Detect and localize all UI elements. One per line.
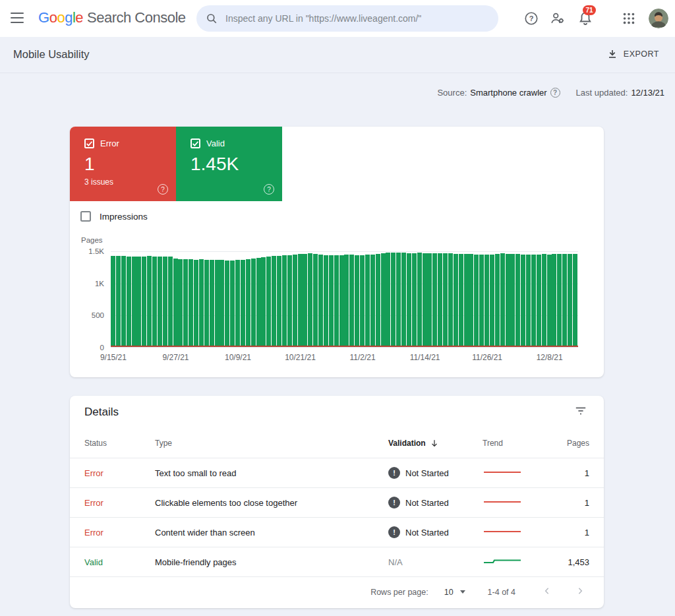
chart-bar[interactable] — [552, 254, 556, 347]
chart-bar[interactable] — [484, 255, 489, 347]
filter-icon[interactable] — [572, 402, 589, 422]
chart-bar[interactable] — [454, 254, 458, 347]
chart-bar[interactable] — [448, 253, 453, 347]
chart-bar[interactable] — [256, 258, 261, 347]
chart-bar[interactable] — [407, 253, 411, 347]
chart-bar[interactable] — [355, 255, 359, 347]
table-row[interactable]: Valid Mobile-friendly pages N/A 1,453 — [70, 547, 604, 577]
chart-bar[interactable] — [220, 260, 224, 347]
chart-bar[interactable] — [189, 259, 193, 347]
chart-bar[interactable] — [127, 257, 131, 347]
chart-bar[interactable] — [542, 254, 546, 347]
chart-bar[interactable] — [204, 260, 209, 347]
chart-bar[interactable] — [116, 256, 121, 347]
chart-bar[interactable] — [261, 257, 266, 347]
chart-bars[interactable] — [111, 251, 578, 347]
chart-bar[interactable] — [427, 253, 432, 347]
chart-bar[interactable] — [111, 256, 115, 347]
chart-bar[interactable] — [459, 254, 463, 347]
chart-bar[interactable] — [417, 253, 422, 347]
chart-bar[interactable] — [308, 253, 312, 347]
chart-bar[interactable] — [168, 257, 173, 347]
chart-bar[interactable] — [339, 255, 344, 347]
chart-bar[interactable] — [386, 253, 390, 347]
chart-bar[interactable] — [396, 253, 401, 347]
chart-bar[interactable] — [423, 253, 427, 347]
chart-bar[interactable] — [568, 254, 572, 347]
chart-bar[interactable] — [479, 255, 484, 347]
chart-bar[interactable] — [147, 256, 152, 347]
apps-grid-icon[interactable] — [622, 11, 636, 26]
impressions-toggle[interactable]: Impressions — [80, 211, 148, 222]
chart-bar[interactable] — [537, 255, 541, 347]
valid-summary-card[interactable]: Valid 1.45K ? — [176, 127, 282, 201]
chart-bar[interactable] — [282, 255, 287, 347]
col-header-validation[interactable]: Validation — [388, 439, 483, 448]
chart-bar[interactable] — [510, 254, 515, 347]
col-header-status[interactable]: Status — [84, 439, 155, 448]
chart-bar[interactable] — [246, 259, 250, 347]
chart-bar[interactable] — [500, 253, 505, 347]
chart-bar[interactable] — [360, 255, 365, 347]
chart-bar[interactable] — [210, 260, 214, 347]
chart-bar[interactable] — [158, 257, 162, 347]
chart-bar[interactable] — [531, 255, 536, 347]
table-row[interactable]: Error Text too small to read !Not Starte… — [70, 458, 604, 488]
chart-bar[interactable] — [318, 255, 323, 347]
chart-bar[interactable] — [324, 255, 328, 347]
chart-bar[interactable] — [438, 253, 442, 347]
chart-bar[interactable] — [349, 255, 354, 347]
chart-bar[interactable] — [401, 253, 406, 347]
hamburger-menu-icon[interactable] — [11, 13, 24, 23]
chart-bar[interactable] — [199, 259, 204, 347]
chart-bar[interactable] — [391, 253, 396, 347]
chart-bar[interactable] — [225, 261, 229, 347]
chart-bar[interactable] — [365, 255, 370, 347]
chart-bar[interactable] — [178, 259, 183, 347]
chart-bar[interactable] — [464, 254, 469, 347]
chart-bar[interactable] — [376, 254, 380, 347]
chart-bar[interactable] — [293, 255, 297, 347]
chart-bar[interactable] — [136, 257, 141, 347]
chevron-left-icon[interactable] — [538, 584, 556, 600]
chart-bar[interactable] — [152, 257, 157, 347]
export-button[interactable]: EXPORT — [606, 46, 660, 62]
chart-bar[interactable] — [121, 256, 126, 347]
chart-bar[interactable] — [526, 255, 531, 347]
chart-bar[interactable] — [334, 255, 339, 347]
chart-bar[interactable] — [298, 254, 303, 347]
chart-bar[interactable] — [506, 254, 510, 347]
chart-bar[interactable] — [303, 254, 307, 347]
checkbox-unchecked-icon[interactable] — [80, 211, 91, 222]
notifications-bell[interactable]: 71 — [577, 10, 595, 27]
chart-bar[interactable] — [277, 256, 281, 347]
source-help-icon[interactable]: ? — [550, 88, 560, 98]
chart-bar[interactable] — [251, 259, 256, 347]
checkbox-checked-icon[interactable] — [191, 139, 200, 148]
chart-bar[interactable] — [235, 260, 240, 347]
chart-bar[interactable] — [230, 261, 235, 347]
table-row[interactable]: Error Content wider than screen !Not Sta… — [70, 518, 604, 547]
chart-bar[interactable] — [521, 255, 525, 347]
chart-bar[interactable] — [344, 255, 349, 347]
chart-bar[interactable] — [142, 257, 146, 347]
search-input[interactable] — [225, 13, 489, 24]
chart-bar[interactable] — [432, 253, 437, 347]
chart-bar[interactable] — [163, 257, 167, 347]
chart-bar[interactable] — [215, 260, 220, 347]
help-icon[interactable]: ? — [524, 11, 539, 26]
chart-bar[interactable] — [194, 260, 198, 347]
app-logo[interactable]: GoogleSearch Console — [38, 9, 186, 26]
manage-users-icon[interactable] — [550, 11, 565, 26]
chart-bar[interactable] — [241, 260, 245, 347]
chevron-right-icon[interactable] — [571, 584, 589, 600]
chart-bar[interactable] — [183, 259, 188, 347]
chart-bar[interactable] — [266, 257, 271, 347]
url-inspect-searchbox[interactable] — [196, 5, 498, 32]
chart-bar[interactable] — [515, 254, 520, 347]
rows-per-page-select[interactable]: 10 — [444, 588, 465, 597]
chart-bar[interactable] — [490, 255, 494, 347]
chart-bar[interactable] — [370, 255, 375, 347]
col-header-pages[interactable]: Pages — [548, 439, 589, 448]
chart-bar[interactable] — [443, 253, 448, 347]
